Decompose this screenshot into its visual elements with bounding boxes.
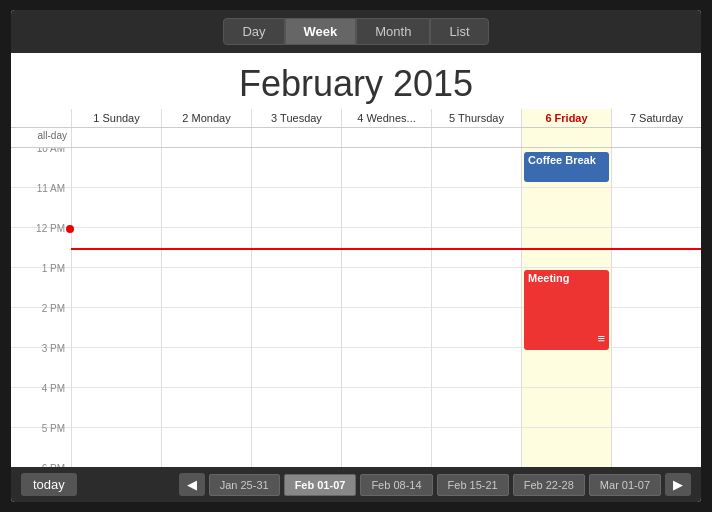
cell-1pm-6[interactable]: Meeting — [521, 268, 611, 307]
scroll-area[interactable]: 10 AM Coffee Break 11 AM — [11, 148, 701, 467]
calendar-body: 1 Sunday 2 Monday 3 Tuesday 4 Wednes... … — [11, 109, 701, 467]
cell-4pm-1[interactable] — [71, 388, 161, 427]
day-header-6: 6 Friday — [521, 109, 611, 127]
cell-4pm-6[interactable] — [521, 388, 611, 427]
cell-2pm-4[interactable] — [341, 308, 431, 347]
day-header-4: 4 Wednes... — [341, 109, 431, 127]
cell-3pm-5[interactable] — [431, 348, 521, 387]
month-title: February 2015 — [11, 53, 701, 109]
nav-weeks: ◀ Jan 25-31 Feb 01-07 Feb 08-14 Feb 15-2… — [179, 473, 691, 496]
time-col-header — [11, 109, 71, 127]
day-header-5: 5 Thursday — [431, 109, 521, 127]
cell-4pm-4[interactable] — [341, 388, 431, 427]
cell-3pm-1[interactable] — [71, 348, 161, 387]
cell-4pm-7[interactable] — [611, 388, 701, 427]
time-grid: 10 AM Coffee Break 11 AM — [11, 148, 701, 467]
all-day-cell-2[interactable] — [161, 128, 251, 147]
cell-11am-6[interactable] — [521, 188, 611, 227]
tab-week[interactable]: Week — [285, 18, 357, 45]
cell-10am-1[interactable] — [71, 148, 161, 187]
time-row-3pm: 3 PM — [11, 348, 701, 388]
cell-1pm-4[interactable] — [341, 268, 431, 307]
time-row-11am: 11 AM — [11, 188, 701, 228]
day-header-1: 1 Sunday — [71, 109, 161, 127]
cell-3pm-4[interactable] — [341, 348, 431, 387]
cell-3pm-2[interactable] — [161, 348, 251, 387]
cell-5pm-7[interactable] — [611, 428, 701, 467]
all-day-label: all-day — [11, 128, 71, 147]
week-jan25-31[interactable]: Jan 25-31 — [209, 474, 280, 496]
day-header-3: 3 Tuesday — [251, 109, 341, 127]
cell-4pm-3[interactable] — [251, 388, 341, 427]
all-day-row: all-day — [11, 128, 701, 148]
cell-1pm-1[interactable] — [71, 268, 161, 307]
cell-2pm-3[interactable] — [251, 308, 341, 347]
cell-4pm-2[interactable] — [161, 388, 251, 427]
day-headers: 1 Sunday 2 Monday 3 Tuesday 4 Wednes... … — [11, 109, 701, 128]
cell-11am-5[interactable] — [431, 188, 521, 227]
cell-2pm-5[interactable] — [431, 308, 521, 347]
cell-2pm-1[interactable] — [71, 308, 161, 347]
cell-5pm-5[interactable] — [431, 428, 521, 467]
day-header-2: 2 Monday — [161, 109, 251, 127]
all-day-cell-7[interactable] — [611, 128, 701, 147]
cell-11am-2[interactable] — [161, 188, 251, 227]
cell-1pm-2[interactable] — [161, 268, 251, 307]
cell-11am-1[interactable] — [71, 188, 161, 227]
week-feb08-14[interactable]: Feb 08-14 — [360, 474, 432, 496]
cell-5pm-4[interactable] — [341, 428, 431, 467]
event-meeting[interactable]: Meeting — [524, 270, 609, 350]
cell-10am-2[interactable] — [161, 148, 251, 187]
today-button[interactable]: today — [21, 473, 77, 496]
tab-list[interactable]: List — [430, 18, 488, 45]
cell-10am-7[interactable] — [611, 148, 701, 187]
time-row-5pm: 5 PM — [11, 428, 701, 467]
time-row-1pm: 1 PM Meeting — [11, 268, 701, 308]
week-feb22-28[interactable]: Feb 22-28 — [513, 474, 585, 496]
cell-10am-6[interactable]: Coffee Break — [521, 148, 611, 187]
next-week-button[interactable]: ▶ — [665, 473, 691, 496]
tab-month[interactable]: Month — [356, 18, 430, 45]
cell-1pm-5[interactable] — [431, 268, 521, 307]
tab-day[interactable]: Day — [223, 18, 284, 45]
time-label-6pm: 6 PM — [11, 461, 71, 467]
cell-3pm-7[interactable] — [611, 348, 701, 387]
time-row-12pm: 12 PM — [11, 228, 701, 268]
week-feb15-21[interactable]: Feb 15-21 — [437, 474, 509, 496]
cell-10am-4[interactable] — [341, 148, 431, 187]
nav-bar: today ◀ Jan 25-31 Feb 01-07 Feb 08-14 Fe… — [11, 467, 701, 502]
day-header-7: 7 Saturday — [611, 109, 701, 127]
cell-3pm-3[interactable] — [251, 348, 341, 387]
cell-11am-7[interactable] — [611, 188, 701, 227]
week-mar01-07[interactable]: Mar 01-07 — [589, 474, 661, 496]
all-day-cell-1[interactable] — [71, 128, 161, 147]
cell-5pm-6[interactable] — [521, 428, 611, 467]
cell-5pm-2[interactable] — [161, 428, 251, 467]
cell-2pm-7[interactable] — [611, 308, 701, 347]
week-feb01-07[interactable]: Feb 01-07 — [284, 474, 357, 496]
cell-10am-3[interactable] — [251, 148, 341, 187]
cell-5pm-1[interactable] — [71, 428, 161, 467]
current-time-line — [71, 248, 701, 250]
all-day-cell-5[interactable] — [431, 128, 521, 147]
calendar-container: Day Week Month List February 2015 1 Sund… — [11, 10, 701, 502]
event-coffee-break[interactable]: Coffee Break — [524, 152, 609, 182]
cell-1pm-3[interactable] — [251, 268, 341, 307]
time-row-4pm: 4 PM — [11, 388, 701, 428]
cell-5pm-3[interactable] — [251, 428, 341, 467]
time-row-10am: 10 AM Coffee Break — [11, 148, 701, 188]
cell-4pm-5[interactable] — [431, 388, 521, 427]
all-day-cell-6[interactable] — [521, 128, 611, 147]
cell-3pm-6[interactable] — [521, 348, 611, 387]
toolbar: Day Week Month List — [11, 10, 701, 53]
cell-11am-3[interactable] — [251, 188, 341, 227]
prev-week-button[interactable]: ◀ — [179, 473, 205, 496]
all-day-cell-3[interactable] — [251, 128, 341, 147]
cell-1pm-7[interactable] — [611, 268, 701, 307]
cell-2pm-2[interactable] — [161, 308, 251, 347]
cell-10am-5[interactable] — [431, 148, 521, 187]
all-day-cell-4[interactable] — [341, 128, 431, 147]
current-time-dot — [66, 225, 74, 233]
cell-11am-4[interactable] — [341, 188, 431, 227]
